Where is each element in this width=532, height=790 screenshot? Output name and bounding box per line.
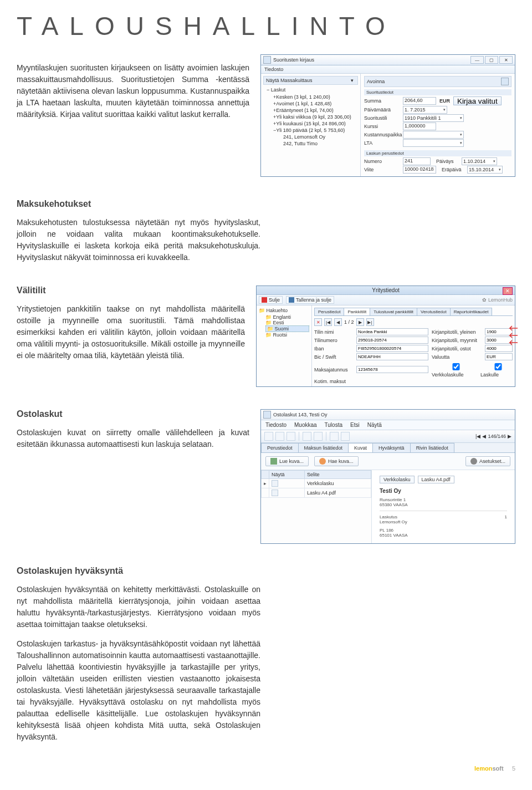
preview-addr1: Runsorintie 1 [380,497,507,502]
valuutta-input[interactable] [485,353,513,360]
valuutta-label: Valuutta [432,354,482,360]
tree-node[interactable]: Yli 180 päivää (2 kpl, 5 753,60) [276,128,345,133]
tree-node[interactable]: Erääntyneet (1 kpl, 74,00) [276,108,334,113]
tab-kuvat[interactable]: Kuvat [348,443,373,452]
maksajatunnus-input[interactable] [356,366,428,373]
nav-first-button[interactable]: |◀ [324,318,332,326]
tab-pankkitilit[interactable]: Pankkitilit [344,308,370,315]
tree-root[interactable]: 📁 Hakuehto [259,308,309,313]
nav-first-icon[interactable]: |◀ [475,434,480,439]
suoritustili-select[interactable]: 1910 Pankkitili 1▾ [403,114,464,122]
erapaiva-input[interactable]: 15.10.2014▾ [467,166,503,174]
menu-nayta[interactable]: Näytä [367,422,382,428]
tab-perustiedot[interactable]: Perustiedot [314,308,344,315]
refresh-icon[interactable] [501,78,509,85]
menu-muokkaa[interactable]: Muokkaa [294,422,317,428]
preview-tab-active[interactable]: Lasku A4.pdf [418,476,454,483]
kurssi-input[interactable]: 1,000000 [403,123,436,130]
callout-arrows-icon [508,325,518,351]
nav-delete-icon[interactable]: ✕ [314,318,322,326]
tree-root-label[interactable]: Laskut [271,87,286,93]
lta-select[interactable]: ▾ [403,139,464,147]
tree-node[interactable]: Yli kaksi viikkoa (9 kpl, 23 306,00) [276,114,351,120]
country-item-selected[interactable]: 📁 Suomi [265,325,309,332]
menu-tiedosto[interactable]: Tiedosto [265,422,287,428]
toolbar-icon[interactable] [303,432,311,441]
tree-node[interactable]: Yli kuukausi (15 kpl, 24 896,00) [276,121,346,126]
preview-tab[interactable]: Verkkolasku [380,476,415,483]
toolbar-icon[interactable] [275,432,284,441]
nav-next-button[interactable]: ▶ [356,318,364,326]
col-selite[interactable]: Selite [304,471,371,479]
laskulle-checkbox[interactable]: Laskulle [480,361,511,378]
viite-input[interactable]: 10000 02418 [403,166,436,174]
tab-perustiedot[interactable]: Perustiedot [261,443,299,452]
menu-bar[interactable]: Tiedosto [261,65,515,74]
nav-last-button[interactable]: ▶| [366,318,374,326]
page-number: 5 [512,765,515,772]
lue-kuva-button[interactable]: Lue kuva... [265,456,309,466]
bic-input[interactable] [356,353,428,360]
tallenna-button[interactable]: Tallenna ja sulje [286,296,334,304]
tab-raportointikaudet[interactable]: Raportointikaudet [450,308,493,315]
dropdown-icon[interactable]: ▾ [349,78,355,83]
tree-node[interactable]: Avoimet (1 kpl, 1 428,48) [276,101,331,106]
kp-myynnit-label: Kirjanpitotili, myynnit [432,338,482,343]
toolbar-icon[interactable] [264,432,273,441]
asetukset-button[interactable]: Asetukset... [466,456,510,466]
nav-position: 1 / 2 [344,319,354,325]
country-item[interactable]: 📁 Englanti [265,314,309,320]
nav-position: 146/146 [488,434,506,439]
nav-prev-icon[interactable]: ◀ [482,434,486,439]
save-icon [289,297,294,303]
numero-input[interactable]: 241 [403,157,431,165]
summa-input[interactable]: 2064,60 [403,97,436,105]
tree-leaf[interactable]: 241, Lemonsoft Oy [283,134,358,140]
collapse-icon[interactable]: − [267,87,269,93]
tab-tulostuvat[interactable]: Tulostuvat pankkitilit [370,308,417,315]
maksajatunnus-label: Maksajatunnus [314,367,353,373]
tilin-nimi-input[interactable] [356,328,428,335]
hae-kuva-button[interactable]: Hae kuva... [314,456,359,466]
tab-verotustiedot[interactable]: Verotustiedot [417,308,451,315]
row-icon [272,480,278,487]
valitilit-body: Yritystietojen pankkitilin taakse on nyt… [17,303,245,361]
tab-maksun-lisatiedot[interactable]: Maksun lisätiedot [298,443,349,452]
country-item[interactable]: 📁 Ruotsi [265,332,309,338]
preview-city: 65101 VAASA [380,533,507,538]
toolbar-icon[interactable] [314,432,323,441]
window-title: Ostolaskut 143, Testi Oy [273,412,327,417]
valitilit-heading: Välitilit [17,286,245,295]
toolbar-icon[interactable] [330,432,339,441]
paivamaara-input[interactable]: 1. 7.2015▾ [403,106,447,114]
tab-rivin-lisatiedot[interactable]: Rivin lisätiedot [410,443,454,452]
paivays-input[interactable]: 1.10.2014▾ [462,157,497,165]
kustannuspaikka-label: Kustannuspaikka [364,132,403,137]
tilinumero-input[interactable] [356,337,428,344]
nav-prev-button[interactable]: ◀ [334,318,342,326]
maximize-button[interactable]: ▢ [485,56,498,64]
iban-input[interactable] [356,345,428,352]
verkkolaskulle-checkbox[interactable]: Verkkolaskulle [432,361,476,378]
table-row[interactable]: Lasku A4.pdf [262,488,371,498]
toolbar-icon[interactable] [341,432,350,441]
erapaiva-label: Eräpäivä [442,167,467,172]
close-button[interactable]: ✕ [503,287,513,295]
tab-hyvaksynta[interactable]: Hyväksyntä [372,443,411,452]
bic-label: Bic / Swift [314,354,353,360]
close-button[interactable]: ✕ [499,56,513,64]
col-nayta[interactable]: Näytä [269,471,305,479]
kirjaa-valitut-button[interactable]: Kirjaa valitut [453,96,502,105]
menu-tulosta[interactable]: Tulosta [325,422,342,428]
tree-leaf[interactable]: 242, Tuttu Timo [283,140,358,147]
tree-node[interactable]: Kesken (3 kpl, 1 240,00) [276,94,330,100]
toolbar-icon[interactable] [287,432,295,441]
menu-etsi[interactable]: Etsi [350,422,360,428]
nav-next-icon[interactable]: ▶ [508,434,511,439]
minimize-button[interactable]: — [470,56,484,64]
sulje-button[interactable]: Sulje [259,296,283,304]
arrow-right-icon [270,458,277,465]
country-item[interactable]: 📁 Eesti [265,320,309,325]
table-row[interactable]: ▸ Verkkolasku [262,479,371,488]
kustannuspaikka-select[interactable]: ▾ [403,131,464,139]
